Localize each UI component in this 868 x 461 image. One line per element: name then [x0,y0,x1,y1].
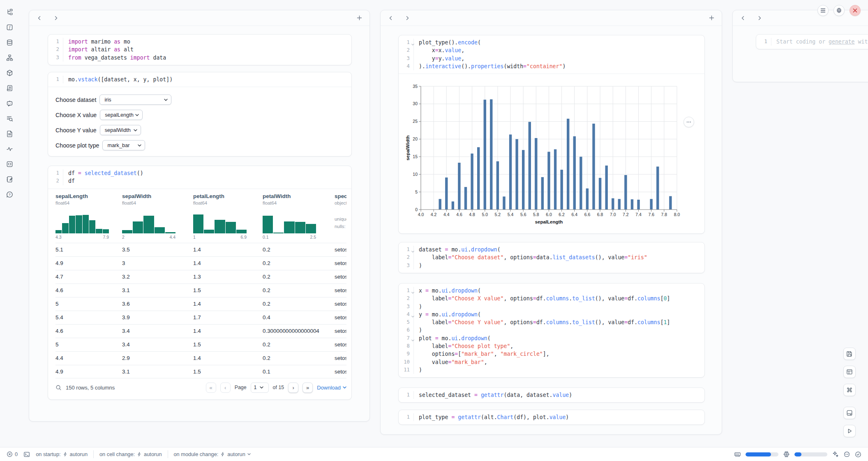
table-column-header[interactable]: petalLengthfloat6416.9 [193,193,263,243]
terminal-button[interactable] [23,451,30,458]
functions-icon[interactable]: f [3,21,16,33]
chart-menu-button[interactable] [683,117,694,127]
code-line[interactable]: 1dataset = mo.ui.dropdown( [399,246,704,254]
search-icon[interactable] [55,385,62,391]
code-editor-placeholder[interactable]: Start coding or generate with AI [771,38,868,46]
save-button[interactable] [843,348,856,360]
connection-status-button[interactable] [855,451,861,458]
code-editor[interactable]: 1import marimo as mo2import altair as al… [48,35,351,65]
code-line[interactable]: 2df [48,177,351,185]
y-value-select[interactable]: sepalWidth [100,125,141,135]
cell-dataframe[interactable]: 1df = selected_dataset()2df sepalLengthf… [48,166,352,400]
code-line[interactable]: 1import marimo as mo [48,38,351,46]
code-editor[interactable]: 1 Start coding or generate with AI [756,35,868,49]
dataset-select[interactable]: iris [99,95,171,105]
first-page-button[interactable]: « [206,383,216,393]
console-button[interactable] [843,407,856,419]
cpu-icon[interactable] [783,451,790,458]
copilot-button[interactable] [843,451,850,458]
code-line[interactable]: 6) [399,326,704,334]
cell-widget-dropdowns[interactable]: 1x = mo.ui.dropdown(2 label="Choose X va… [398,283,705,378]
code-line[interactable]: 5 label="Choose Y value", options=df.col… [399,318,704,326]
code-editor[interactable]: 1mo.vstack([dataset, x, y, plot]) [48,72,351,87]
code-line[interactable]: 2 label="Choose X value", options=df.col… [399,295,704,302]
add-column-button[interactable] [354,13,365,23]
code-editor[interactable]: 1selected_dataset = getattr(data, datase… [399,388,704,402]
code-editor[interactable]: 1df = selected_dataset()2df [48,166,351,189]
help-icon[interactable]: ? [3,188,16,201]
code-line[interactable]: 10 value="mark_bar", [399,358,704,366]
memory-icon[interactable] [734,451,741,458]
code-line[interactable]: 1df = selected_dataset() [48,169,351,177]
code-line[interactable]: 3 y=y.value, [399,55,704,62]
ai-sparkles-button[interactable] [832,451,839,458]
logs-icon[interactable] [3,112,16,124]
plot-type-select[interactable]: mark_bar [102,140,145,150]
code-line[interactable]: 2import altair as alt [48,46,351,53]
ai-chat-icon[interactable] [3,97,16,109]
table-column-header[interactable]: speciesobjectunique:nulls: [335,193,346,243]
column-scroll-right-button[interactable] [754,13,765,23]
cell-empty[interactable]: 1 Start coding or generate with AI [756,34,868,49]
column-scroll-left-button[interactable] [738,13,748,23]
table-row[interactable]: 4.42.91.40.2setosa [55,351,346,365]
column-scroll-left-button[interactable] [34,13,45,23]
packages-icon[interactable] [3,67,16,79]
runtime-setting[interactable]: on startup:autorun [36,451,88,457]
code-editor[interactable]: 1dataset = mo.ui.dropdown(2 label="Choos… [399,242,704,273]
column-scroll-left-button[interactable] [386,13,396,23]
code-line[interactable]: 3) [399,262,704,270]
table-row[interactable]: 4.73.21.30.2setosa [55,270,346,284]
table-row[interactable]: 4.63.41.40.30000000000000004setosa [55,324,346,338]
table-row[interactable]: 4.93.11.50.1setosa [55,365,346,378]
table-row[interactable]: 5.13.51.40.2setosa [55,243,346,256]
code-line[interactable]: 3from vega_datasets import data [48,54,351,62]
tracing-icon[interactable] [3,143,16,155]
column-scroll-right-button[interactable] [402,13,413,23]
cell-dataset-dropdown[interactable]: 1dataset = mo.ui.dropdown(2 label="Choos… [398,242,705,273]
code-line[interactable]: 8 label="Choose plot type", [399,342,704,350]
documentation-scroll-icon[interactable] [3,82,16,94]
download-button[interactable]: Download [317,385,346,391]
scratchpad-icon[interactable] [3,173,16,185]
table-row[interactable]: 5.43.91.70.4setosa [55,311,346,324]
bar-chart[interactable]: 4.04.24.44.64.85.05.25.45.65.86.06.26.46… [404,77,699,228]
table-row[interactable]: 53.61.40.2setosa [55,297,346,311]
code-line[interactable]: 1plot_type = getattr(alt.Chart(df), plot… [399,413,704,421]
cell-imports[interactable]: 1import marimo as mo2import altair as al… [48,34,352,65]
code-line[interactable]: 1mo.vstack([dataset, x, y, plot]) [48,76,351,83]
table-row[interactable]: 53.41.50.2setosa [55,338,346,351]
table-column-header[interactable]: petalWidthfloat640.12.5 [263,193,335,243]
cell-plot[interactable]: 1plot_type().encode(2 x=x.value,3 y=y.va… [398,35,705,234]
code-editor[interactable]: 1plot_type = getattr(alt.Chart(df), plot… [399,410,704,424]
cpu-usage-meter[interactable] [794,452,827,456]
reference-docs-icon[interactable] [3,127,16,140]
code-line[interactable]: 1plot_type().encode( [399,39,704,46]
keyboard-shortcuts-button[interactable] [843,384,856,396]
code-line[interactable]: 1selected_dataset = getattr(data, datase… [399,391,704,399]
code-line[interactable]: 9 options=["mark_bar", "mark_circle"], [399,350,704,358]
previous-page-button[interactable]: ‹ [220,383,231,393]
cell-vstack[interactable]: 1mo.vstack([dataset, x, y, plot]) Choose… [48,72,352,157]
code-line[interactable]: 4).interactive().properties(width="conta… [399,62,704,70]
next-page-button[interactable]: › [288,383,298,393]
code-line[interactable]: 3) [399,303,704,311]
x-value-select[interactable]: sepalLength [100,110,143,120]
table-row[interactable]: 4.931.40.2setosa [55,256,346,270]
page-number-select[interactable]: 1 [251,383,269,393]
settings-button[interactable] [833,5,845,16]
file-explorer-icon[interactable] [3,6,16,18]
code-line[interactable]: 1x = mo.ui.dropdown( [399,287,704,295]
last-page-button[interactable]: » [302,383,313,393]
runtime-setting[interactable]: on cell change:autorun [99,451,162,457]
errors-indicator-button[interactable]: 0 [7,451,18,457]
run-all-button[interactable] [843,425,856,437]
code-line[interactable]: 11) [399,366,704,374]
code-line[interactable]: 7plot = mo.ui.dropdown( [399,334,704,342]
code-line[interactable]: 1 Start coding or generate with AI [756,38,868,46]
table-row[interactable]: 4.63.11.50.2setosa [55,284,346,297]
code-editor[interactable]: 1x = mo.ui.dropdown(2 label="Choose X va… [399,284,704,377]
dependency-graph-icon[interactable] [3,51,16,64]
code-editor[interactable]: 1plot_type().encode(2 x=x.value,3 y=y.va… [399,35,704,74]
code-line[interactable]: 2 x=x.value, [399,46,704,54]
